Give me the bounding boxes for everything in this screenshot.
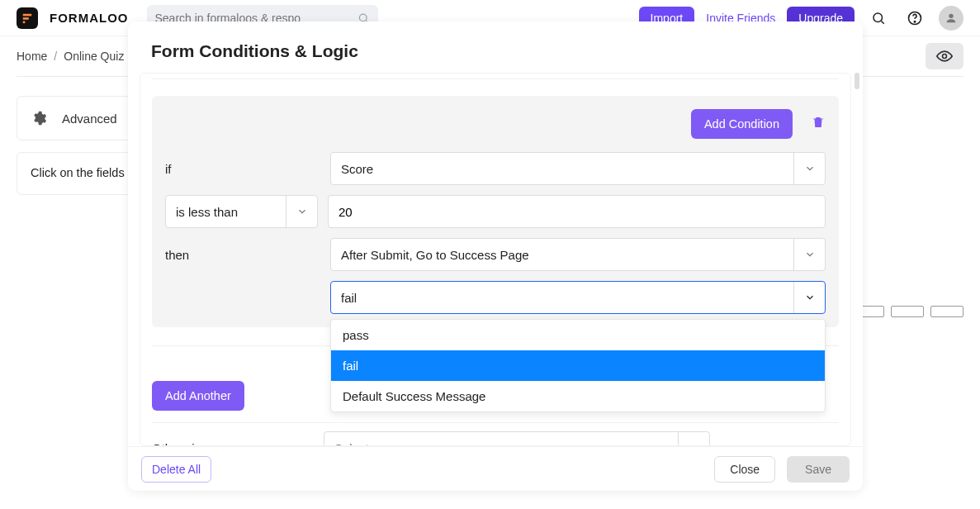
success-page-dropdown: pass fail Default Success Message <box>330 319 826 412</box>
then-action-select[interactable]: After Submit, Go to Success Page <box>330 238 826 271</box>
add-condition-button[interactable]: Add Condition <box>691 109 793 139</box>
svg-rect-0 <box>23 13 32 16</box>
comparator-select-value: is less than <box>176 205 238 219</box>
breadcrumb-separator: / <box>54 50 57 63</box>
svg-point-3 <box>359 14 367 21</box>
add-another-button[interactable]: Add Another <box>152 381 244 411</box>
logo-mark-icon <box>21 12 33 24</box>
scrollbar[interactable] <box>855 73 859 89</box>
help-button[interactable] <box>902 6 927 31</box>
chevron-down-icon <box>804 163 816 174</box>
otherwise-label: Otherwise <box>152 441 324 447</box>
option-fail[interactable]: fail <box>331 350 825 381</box>
page-thumbnail[interactable] <box>891 306 924 317</box>
person-icon <box>944 12 958 25</box>
breadcrumb-item[interactable]: Online Quiz <box>64 50 124 63</box>
page-thumbnail[interactable] <box>930 306 963 317</box>
modal-title: Form Conditions & Logic <box>151 41 840 61</box>
help-icon <box>907 10 923 26</box>
success-page-value: fail <box>341 291 357 305</box>
conditions-modal: Form Conditions & Logic Add Condition if <box>128 21 863 491</box>
score-select-value: Score <box>341 162 373 176</box>
svg-line-6 <box>881 21 883 23</box>
advanced-label: Advanced <box>62 112 117 126</box>
global-search-button[interactable] <box>866 6 891 31</box>
trash-icon <box>811 115 826 130</box>
svg-point-10 <box>943 55 947 59</box>
comparator-select[interactable]: is less than <box>165 195 318 228</box>
value-input[interactable] <box>339 205 815 219</box>
svg-point-9 <box>949 13 953 17</box>
svg-rect-2 <box>23 21 26 23</box>
brand-text: FORMALOO <box>50 11 129 25</box>
success-page-select[interactable]: fail <box>330 281 826 314</box>
preview-button[interactable] <box>926 43 963 69</box>
svg-point-5 <box>873 13 883 22</box>
svg-point-8 <box>914 21 915 21</box>
close-button[interactable]: Close <box>714 456 775 483</box>
save-button: Save <box>787 456 850 483</box>
delete-all-button[interactable]: Delete All <box>141 456 211 483</box>
if-label: if <box>165 162 330 176</box>
option-pass[interactable]: pass <box>331 320 825 350</box>
otherwise-select[interactable]: Select... <box>324 431 710 446</box>
delete-condition-button[interactable] <box>811 115 826 133</box>
search-icon <box>871 11 886 26</box>
modal-footer: Delete All Close Save <box>128 446 863 491</box>
value-input-wrap[interactable] <box>328 195 826 228</box>
modal-body: Add Condition if Score <box>128 73 863 446</box>
then-label: then <box>165 248 330 262</box>
modal-header: Form Conditions & Logic <box>128 21 863 73</box>
then-action-value: After Submit, Go to Success Page <box>341 248 529 262</box>
chevron-down-icon <box>296 206 308 217</box>
condition-block: Add Condition if Score <box>152 96 839 327</box>
avatar[interactable] <box>939 6 963 31</box>
breadcrumb-home[interactable]: Home <box>17 50 47 63</box>
page-thumbnails <box>851 306 963 317</box>
svg-rect-1 <box>23 17 29 20</box>
gear-icon <box>31 110 47 126</box>
otherwise-placeholder: Select... <box>334 441 379 447</box>
chevron-down-icon <box>804 292 816 303</box>
score-select[interactable]: Score <box>330 152 826 185</box>
brand-logo <box>17 7 38 29</box>
eye-icon <box>936 48 953 64</box>
chevron-down-icon <box>804 249 816 260</box>
option-default-success[interactable]: Default Success Message <box>331 381 825 411</box>
chevron-down-icon <box>689 442 700 446</box>
